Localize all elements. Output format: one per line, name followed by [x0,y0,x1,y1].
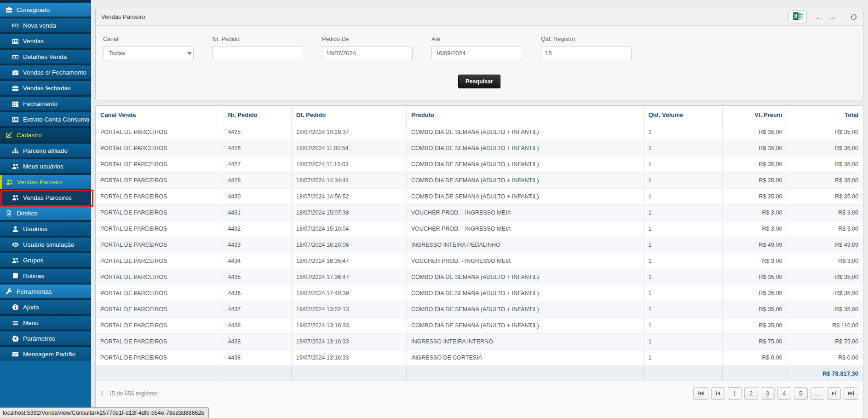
sidebar: ConsignadoNova vendaVendasDetalhes Venda… [0,0,91,418]
column-header-vl-preuni[interactable]: Vl. Preuni [723,106,787,124]
cell-total: R$ 35,00 [787,285,863,302]
sidebar-item-parceiro-afiliado[interactable]: Parceiro afiliado [0,144,91,157]
sidebar-item-direitos[interactable]: Direitos [0,206,91,220]
sidebar-item-label: Mensagem Padrão [23,351,75,358]
sidebar-item-label: Rotinas [23,273,44,279]
cell-qtd-volume: 1 [644,334,723,350]
column-header-canal-venda[interactable]: Canal Venda [96,106,223,124]
search-button-row: Pesquisar [96,60,863,100]
page-last-button[interactable] [844,387,858,400]
ate-input[interactable] [431,46,522,60]
cell-qtd-volume: 1 [644,189,723,205]
sidebar-item-vendas-parceiros[interactable]: Vendas Parceiros [0,191,91,204]
table-row[interactable]: PORTAL DE PARCEIROS443018/07/2024 14:56:… [96,189,863,205]
table-row[interactable]: PORTAL DE PARCEIROS443418/07/2024 16:35:… [96,253,863,269]
page-first-button[interactable] [693,387,708,400]
table-row[interactable]: PORTAL DE PARCEIROS443618/07/2024 17:40:… [96,285,863,302]
sidebar-item-ferramentas[interactable]: Ferramentas [0,284,91,298]
table-row[interactable]: PORTAL DE PARCEIROS443218/07/2024 15:10:… [96,221,863,237]
forward-arrow-icon[interactable]: → [828,12,836,21]
page-ellipsis-button[interactable]: ... [811,387,824,400]
page-3-button[interactable]: 3 [761,387,775,400]
column-header-produto[interactable]: Produto [407,106,644,124]
table-row[interactable]: PORTAL DE PARCEIROS443719/07/2024 13:02:… [96,302,863,318]
sidebar-item-mensagem-padrao[interactable]: Mensagem Padrão [0,347,91,361]
sidebar-item-nova-venda[interactable]: Nova venda [0,18,91,32]
sidebar-item-cadastro[interactable]: Cadastro [0,128,91,142]
sidebar-item-parametros[interactable]: Parâmetros [0,331,91,345]
cell-nr-pedido: 4428 [223,173,291,189]
sidebar-item-label: Cadastro [17,132,42,139]
excel-export-icon [793,12,803,23]
cell-total: R$ 3,00 [787,221,863,237]
table-row[interactable]: PORTAL DE PARCEIROS443819/07/2024 13:16:… [96,318,863,334]
cell-vl-preuni: R$ 35,00 [723,124,787,140]
search-button[interactable]: Pesquisar [458,75,500,88]
excel-export-button[interactable] [788,10,807,23]
table-row[interactable]: PORTAL DE PARCEIROS442818/07/2024 14:34:… [96,173,863,189]
briefcase-icon [6,6,12,13]
back-arrow-icon[interactable]: ← [815,12,824,21]
sidebar-item-vendas-parceiro[interactable]: Vendas Parceiro [0,175,91,189]
sidebar-item-label: Direitos [17,210,38,217]
sidebar-item-consignado[interactable]: Consignado [0,3,91,17]
cell-nr-pedido: 4432 [223,221,291,237]
column-header-total[interactable]: Total [787,106,863,124]
page-prev-icon [716,391,720,396]
sidebar-item-meus-usuarios[interactable]: Meus usuários [0,159,91,173]
nr-pedido-input[interactable] [213,46,303,60]
table-row[interactable]: PORTAL DE PARCEIROS443819/07/2024 13:16:… [96,350,863,366]
sidebar-item-grupos[interactable]: Grupos [0,253,91,267]
cell-produto: VOUCHER PROD. - INGRESSO MEIA [407,253,644,269]
sidebar-item-vendas[interactable]: Vendas [0,34,91,48]
sidebar-item-vendas-fechadas[interactable]: Vendas fechadas [0,81,91,95]
sidebar-item-vendas-s-fechamento[interactable]: Vendas s/ Fechamento [0,65,91,79]
table-row[interactable]: PORTAL DE PARCEIROS443819/07/2024 13:16:… [96,334,863,350]
page-4-button[interactable]: 4 [777,387,791,400]
cell-total: R$ 35,00 [787,269,863,285]
cell-produto: VOUCHER PROD. - INGRESSO MEIA [407,205,644,221]
table-row[interactable]: PORTAL DE PARCEIROS443318/07/2024 16:20:… [96,237,863,253]
cell-produto: COMBO DIA DE SEMANA (ADULTO + INFANTIL) [407,157,644,173]
sidebar-item-usuarios[interactable]: Usuários [0,222,91,236]
field-label-nr-pedido: Nr. Pedido [213,36,303,42]
qtd-registro-input[interactable] [541,46,632,60]
column-header-qtd-volume[interactable]: Qtd. Volume [644,106,723,124]
field-label-pedido-de: Pedido De [322,36,413,42]
page-2-button[interactable]: 2 [744,387,758,400]
page-button-label: ... [815,390,819,397]
page-5-button[interactable]: 5 [794,387,808,400]
table-row[interactable]: PORTAL DE PARCEIROS443518/07/2024 17:36:… [96,269,863,285]
canal-input[interactable]: Todas [103,46,194,60]
pedido-de-input[interactable] [322,46,413,60]
page-prev-button[interactable] [711,387,725,400]
field-label-canal: Canal [103,36,194,42]
refresh-icon[interactable] [850,13,857,21]
sidebar-item-rotinas[interactable]: Rotinas [0,269,91,283]
column-header-nr-pedido[interactable]: Nr. Pedido [223,106,291,124]
cell-canal-venda: PORTAL DE PARCEIROS [96,221,223,237]
page-next-button[interactable] [827,387,841,400]
cell-vl-preuni: R$ 75,00 [723,334,787,350]
cell-produto: VOUCHER PROD. - INGRESSO MEIA [407,221,644,237]
sidebar-item-detalhes-venda[interactable]: Detalhes Venda [0,50,91,64]
table-row[interactable]: PORTAL DE PARCEIROS443118/07/2024 15:07:… [96,205,863,221]
sidebar-item-ajuda[interactable]: Ajuda [0,300,91,314]
page-button-label: 3 [766,390,769,397]
cell-dt-pedido: 18/07/2024 14:34:44 [291,173,406,189]
sidebar-item-usuario-simulacao[interactable]: Usuário simulação [0,238,91,251]
sidebar-item-menu[interactable]: Menu [0,316,91,330]
sidebar-item-fechamento[interactable]: Fechamento [0,97,91,110]
table-row[interactable]: PORTAL DE PARCEIROS442518/07/2024 10:29:… [96,124,863,140]
cell-total: R$ 35,00 [787,189,863,205]
cell-canal-venda: PORTAL DE PARCEIROS [96,318,223,334]
sidebar-item-extrato-conta-consumo[interactable]: Extrato Conta Consumo [0,112,91,126]
cell-vl-preuni: R$ 49,09 [723,237,787,253]
table-row[interactable]: PORTAL DE PARCEIROS442618/07/2024 11:00:… [96,140,863,157]
table-row[interactable]: PORTAL DE PARCEIROS442718/07/2024 11:10:… [96,157,863,173]
page-1-button[interactable]: 1 [728,387,742,400]
column-header-dt-pedido[interactable]: Dt. Pedido [291,106,406,124]
page-last-icon [848,391,854,396]
cell-vl-preuni: R$ 3,00 [723,253,787,269]
cell-total: R$ 35,00 [787,302,863,318]
